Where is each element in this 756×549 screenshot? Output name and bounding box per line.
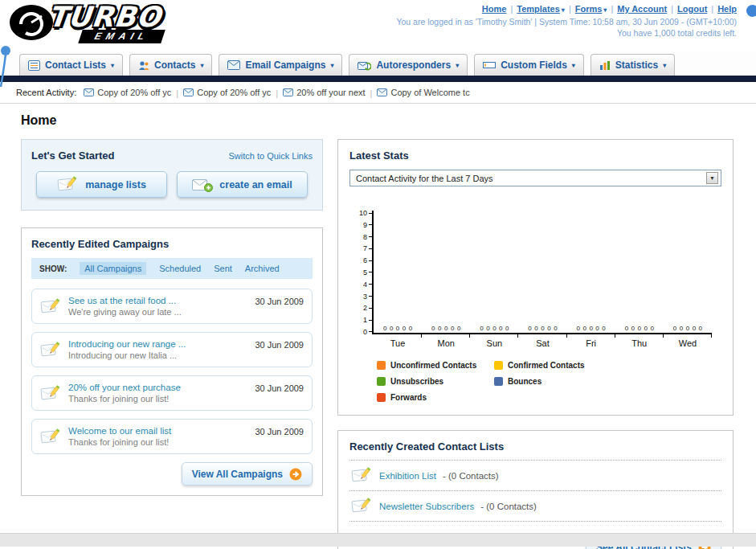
switch-quick-links-link[interactable]: Switch to Quick Links — [228, 151, 313, 161]
y-axis-label: 2 — [363, 305, 372, 310]
contact-list-detail: - (0 Contacts) — [480, 502, 537, 511]
nav-tab-autoresponders[interactable]: Autoresponders▾ — [349, 54, 468, 76]
recent-activity-item-label: 20% off your next — [296, 88, 365, 97]
campaign-date: 30 Jun 2009 — [255, 336, 304, 350]
bar-value: 0 — [409, 325, 412, 332]
bar-value: 0 — [602, 325, 605, 332]
chart-y-axis: 109876543210 — [356, 211, 372, 334]
campaign-list-item: 20% off your next purchaseThanks for joi… — [31, 375, 313, 411]
legend-item-confirmed-contacts: Confirmed Contacts — [494, 361, 611, 370]
contact-list-link[interactable]: Newsletter Subscribers — [379, 502, 474, 511]
recent-activity-label: Recent Activity: — [16, 88, 76, 97]
contact-activity-chart: 109876543210 000000000000000000000000000… — [356, 211, 712, 402]
legend-label: Confirmed Contacts — [508, 361, 585, 370]
campaign-text: 20% off your next purchaseThanks for joi… — [68, 383, 248, 404]
campaign-filter-sent[interactable]: Sent — [214, 264, 232, 273]
create-email-label: create an email — [219, 179, 292, 191]
bar-value-labels: 00000 — [431, 325, 460, 333]
x-axis-label: Sat — [518, 334, 566, 348]
nav-tab-contacts[interactable]: Contacts▾ — [129, 54, 212, 76]
nav-tab-custom-fields[interactable]: Custom Fields▾ — [474, 54, 584, 76]
nav-tab-label: Contacts — [154, 59, 195, 71]
manage-lists-button[interactable]: manage lists — [36, 171, 167, 198]
envelope-icon — [283, 88, 293, 96]
y-axis-label: 9 — [363, 223, 372, 227]
create-email-button[interactable]: create an email — [177, 171, 308, 198]
nav-tab-email-campaigns[interactable]: Email Campaigns▾ — [219, 54, 342, 76]
logo-text: TURBO EMAIL — [48, 2, 163, 43]
campaign-filter-archived[interactable]: Archived — [245, 264, 280, 273]
contact-list-link[interactable]: Exhibition List — [379, 471, 436, 481]
page-footer — [0, 533, 756, 547]
main-nav: Contact Lists▾Contacts▾Email Campaigns▾A… — [0, 51, 756, 76]
chart-plot-area: 00000000000000000000000000000000000 — [372, 211, 712, 334]
x-axis-label: Tue — [374, 334, 422, 348]
y-axis-label: 8 — [363, 235, 372, 240]
contact-list-item: Newsletter Subscribers- (0 Contacts) — [349, 491, 721, 522]
separator: | — [276, 88, 278, 98]
campaign-filter-scheduled[interactable]: Scheduled — [159, 264, 201, 273]
campaign-text: See us at the retail food ...We're givin… — [68, 296, 248, 317]
recent-activity-items: Copy of 20% off yc|Copy of 20% off yc|20… — [84, 88, 469, 98]
nav-tab-statistics[interactable]: Statistics▾ — [590, 54, 675, 76]
pencil-note-icon — [57, 175, 79, 194]
x-axis-label: Mon — [422, 334, 470, 348]
custom-fields-icon — [483, 60, 496, 70]
legend-swatch — [494, 377, 503, 386]
bar-value: 0 — [673, 325, 676, 332]
bar-value: 0 — [390, 325, 393, 332]
nav-divider-bar — [0, 76, 756, 82]
x-axis-label: Wed — [664, 334, 712, 348]
top-link-home[interactable]: Home — [482, 4, 507, 14]
recent-activity-item-label: Copy of 20% off yc — [197, 88, 271, 97]
chart-bar-group: 00000 — [422, 211, 470, 333]
top-link-logout[interactable]: Logout — [677, 4, 707, 14]
top-link-templates[interactable]: Templates▾ — [517, 4, 565, 14]
feedback-dot-icon[interactable] — [746, 5, 756, 17]
top-link-forms[interactable]: Forms▾ — [575, 4, 607, 14]
bar-value: 0 — [541, 325, 544, 332]
legend-swatch — [494, 361, 503, 370]
campaign-title-link[interactable]: Introducing our new range ... — [68, 339, 248, 349]
nav-tab-contact-lists[interactable]: Contact Lists▾ — [19, 54, 123, 76]
recent-activity-item-label: Copy of 20% off yc — [97, 88, 171, 97]
campaign-list-item: Introducing our new range ...Introducing… — [31, 332, 313, 367]
view-all-campaigns-button[interactable]: View All Campaigns — [182, 462, 313, 485]
top-link-help[interactable]: Help — [717, 4, 737, 14]
x-axis-label: Fri — [567, 334, 615, 348]
campaign-text: Welcome to our email listThanks for join… — [68, 426, 248, 447]
campaign-list-item: Welcome to our email listThanks for join… — [31, 419, 313, 454]
legend-item-unconfirmed-contacts: Unconfirmed Contacts — [377, 361, 494, 370]
feedback-tab-icon[interactable] — [0, 45, 11, 88]
campaign-title-link[interactable]: See us at the retail food ... — [68, 296, 248, 305]
recent-activity-item[interactable]: Copy of 20% off yc — [84, 88, 171, 97]
nav-tab-label: Custom Fields — [501, 59, 567, 71]
legend-item-bounces: Bounces — [494, 377, 611, 386]
recent-activity-item[interactable]: Copy of 20% off yc — [183, 88, 271, 97]
bar-value: 0 — [631, 325, 635, 332]
bar-value: 0 — [403, 325, 406, 332]
campaign-filter-all-campaigns[interactable]: All Campaigns — [80, 262, 146, 275]
campaign-title-link[interactable]: Welcome to our email list — [68, 426, 248, 436]
stats-period-select[interactable]: Contact Activity for the Last 7 Days ▼ — [349, 170, 721, 186]
campaign-subtitle: We're giving away our late ... — [68, 307, 248, 317]
campaign-date: 30 Jun 2009 — [255, 423, 304, 436]
bar-value-labels: 00000 — [480, 325, 509, 333]
separator: | — [671, 4, 673, 14]
campaign-subtitle: Introducing our new Italia ... — [68, 350, 248, 360]
chevron-down-icon: ▼ — [706, 172, 718, 184]
campaign-title-link[interactable]: 20% off your next purchase — [68, 383, 248, 392]
page-title: Home — [21, 113, 735, 128]
campaign-date: 30 Jun 2009 — [255, 379, 304, 393]
y-axis-label: 10 — [359, 211, 372, 215]
bar-value: 0 — [383, 325, 386, 332]
recent-activity-item[interactable]: Copy of Welcome tc — [377, 88, 469, 97]
top-link-my-account[interactable]: My Account — [617, 4, 667, 14]
bar-value: 0 — [396, 325, 399, 332]
recent-activity-item[interactable]: 20% off your next — [283, 88, 365, 97]
credits-info: You have 1,000 total credits left. — [396, 28, 737, 38]
main-content: Home Let's Get Started Switch to Quick L… — [0, 104, 756, 549]
separator: | — [711, 4, 713, 14]
separator: | — [176, 88, 178, 98]
campaign-text: Introducing our new range ...Introducing… — [68, 339, 248, 360]
